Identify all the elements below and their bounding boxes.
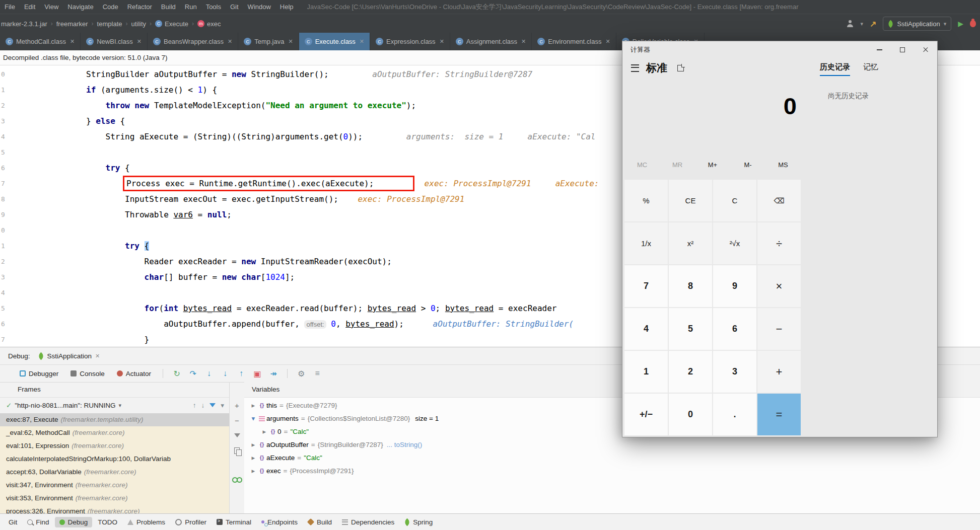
close-icon[interactable]: ✕: [521, 38, 526, 45]
code-with-me-icon[interactable]: [847, 20, 854, 27]
close-icon[interactable]: ✕: [605, 38, 610, 45]
add-button[interactable]: +: [757, 351, 801, 393]
menu-item-view[interactable]: View: [40, 3, 63, 11]
menu-item-edit[interactable]: Edit: [20, 3, 40, 11]
close-button[interactable]: [914, 41, 937, 58]
memory-store-button[interactable]: MS: [765, 161, 801, 169]
maximize-button[interactable]: [891, 41, 914, 58]
close-icon[interactable]: ✕: [95, 353, 100, 359]
close-icon[interactable]: ✕: [288, 38, 293, 45]
expand-icon[interactable]: +: [235, 403, 239, 408]
close-icon[interactable]: ✕: [440, 38, 444, 45]
calculator-titlebar[interactable]: 计算器: [622, 41, 937, 58]
chevron-right-icon[interactable]: ▸: [249, 467, 257, 475]
variable-row[interactable]: ▸{}aExecute="Calc": [244, 451, 980, 464]
run-button[interactable]: ▶: [958, 20, 963, 28]
chevron-down-icon[interactable]: ▾: [249, 414, 257, 422]
chevron-right-icon[interactable]: ▸: [249, 401, 257, 409]
menu-item-window[interactable]: Window: [243, 3, 275, 11]
equals-button[interactable]: =: [757, 394, 801, 435]
menu-item-code[interactable]: Code: [98, 3, 123, 11]
frame-row[interactable]: accept:63, DollarVariable(freemarker.cor…: [0, 466, 229, 479]
zero-button[interactable]: 0: [669, 394, 712, 435]
chevron-down-icon[interactable]: ▾: [221, 401, 224, 409]
breadcrumb-item[interactable]: CExecute: [154, 20, 189, 28]
tab-memory[interactable]: 记忆: [863, 62, 878, 76]
step-over-icon[interactable]: ↷: [186, 369, 199, 378]
statusbar-item-spring[interactable]: Spring: [400, 517, 437, 527]
tostring-link[interactable]: ... toString(): [387, 441, 423, 448]
close-icon[interactable]: ✕: [70, 38, 75, 45]
breadcrumb-item[interactable]: marker-2.3.1.jar: [0, 20, 48, 28]
statusbar-item-build[interactable]: Build: [303, 517, 336, 527]
statusbar-item-endpoints[interactable]: Endpoints: [257, 517, 302, 527]
editor-tab-beanswrapper-class[interactable]: CBeansWrapper.class✕: [148, 33, 238, 50]
frame-row[interactable]: visit:353, Environment(freemarker.core): [0, 492, 229, 505]
divide-button[interactable]: ÷: [757, 222, 801, 264]
thread-selector[interactable]: ✓ "http-nio-8081...main": RUNNING ▾ ↑ ↓ …: [0, 398, 229, 413]
reciprocal-button[interactable]: 1/x: [624, 222, 668, 264]
statusbar-item-todo[interactable]: TODO: [93, 517, 122, 527]
five-button[interactable]: 5: [669, 308, 712, 350]
editor-tab-execute-class[interactable]: CExecute.class✕: [299, 33, 370, 50]
tab-actuator[interactable]: Actuator: [112, 370, 156, 377]
menu-item-navigate[interactable]: Navigate: [63, 3, 98, 11]
variable-row[interactable]: ▸{}exec={ProcessImpl@7291}: [244, 464, 980, 477]
keep-on-top-icon[interactable]: [677, 65, 684, 71]
chevron-right-icon[interactable]: ▸: [260, 427, 268, 435]
editor-tab-methodcall-class[interactable]: CMethodCall.class✕: [0, 33, 81, 50]
hamburger-menu-icon[interactable]: [631, 64, 639, 72]
step-out-icon[interactable]: ↑: [235, 369, 248, 378]
eight-button[interactable]: 8: [669, 265, 712, 307]
frame-row[interactable]: eval:101, Expression(freemarker.core): [0, 439, 229, 452]
chevron-right-icon[interactable]: ▸: [249, 440, 257, 448]
breadcrumb-item[interactable]: template: [96, 20, 123, 28]
tab-debugger[interactable]: Debugger: [15, 370, 63, 377]
run-config-select[interactable]: SstiApplication ▾: [883, 17, 951, 31]
menu-item-file[interactable]: File: [0, 3, 20, 11]
close-icon[interactable]: ✕: [137, 38, 142, 45]
multiply-button[interactable]: ×: [757, 265, 801, 307]
minimize-button[interactable]: [868, 41, 891, 58]
close-icon[interactable]: ✕: [228, 38, 232, 45]
breadcrumb-item[interactable]: mexec: [196, 20, 222, 28]
frame-up-icon[interactable]: ↑: [193, 402, 196, 409]
one-button[interactable]: 1: [624, 351, 668, 393]
menu-item-git[interactable]: Git: [226, 3, 243, 11]
frame-down-icon[interactable]: ↓: [201, 402, 204, 409]
menu-item-run[interactable]: Run: [180, 3, 201, 11]
square-root-button[interactable]: ²√x: [713, 222, 756, 264]
nine-button[interactable]: 9: [713, 265, 756, 307]
chevron-down-icon[interactable]: ▾: [860, 21, 863, 27]
backspace-button[interactable]: ⌫: [757, 180, 801, 221]
frame-row[interactable]: _eval:62, MethodCall(freemarker.core): [0, 426, 229, 439]
filter-icon[interactable]: [234, 433, 240, 437]
statusbar-item-find[interactable]: Find: [23, 517, 53, 527]
statusbar-item-terminal[interactable]: Terminal: [212, 517, 256, 527]
memory-add-button[interactable]: M+: [695, 161, 730, 169]
tab-history[interactable]: 历史记录: [820, 62, 850, 76]
force-step-into-icon[interactable]: ↓: [219, 369, 232, 378]
editor-tab-newbi-class[interactable]: CNewBI.class✕: [81, 33, 148, 50]
breadcrumb-item[interactable]: utility: [130, 20, 147, 28]
editor-tab-expression-class[interactable]: CExpression.class✕: [370, 33, 450, 50]
editor-tab-temp-java[interactable]: CTemp.java✕: [238, 33, 299, 50]
editor-tab-environment-class[interactable]: CEnvironment.class✕: [532, 33, 616, 50]
statusbar-item-dependencies[interactable]: Dependencies: [337, 517, 399, 527]
statusbar-item-profiler[interactable]: Profiler: [171, 517, 211, 527]
menu-item-refactor[interactable]: Refactor: [123, 3, 157, 11]
three-button[interactable]: 3: [713, 351, 756, 393]
copy-icon[interactable]: [234, 447, 240, 454]
frame-row[interactable]: visit:347, Environment(freemarker.core): [0, 479, 229, 492]
seven-button[interactable]: 7: [624, 265, 668, 307]
statusbar-item-problems[interactable]: Problems: [123, 517, 170, 527]
statusbar-item-git[interactable]: Git: [4, 517, 22, 527]
six-button[interactable]: 6: [713, 308, 756, 350]
step-into-icon[interactable]: ↓: [202, 369, 216, 378]
negate-button[interactable]: +/−: [624, 394, 668, 435]
hotswap-icon[interactable]: ↗: [870, 19, 876, 29]
breadcrumb-item[interactable]: freemarker: [55, 20, 89, 28]
rerun-icon[interactable]: ↻: [170, 369, 183, 378]
editor-tab-assignment-class[interactable]: CAssignment.class✕: [450, 33, 532, 50]
memory-subtract-button[interactable]: M-: [730, 161, 765, 169]
